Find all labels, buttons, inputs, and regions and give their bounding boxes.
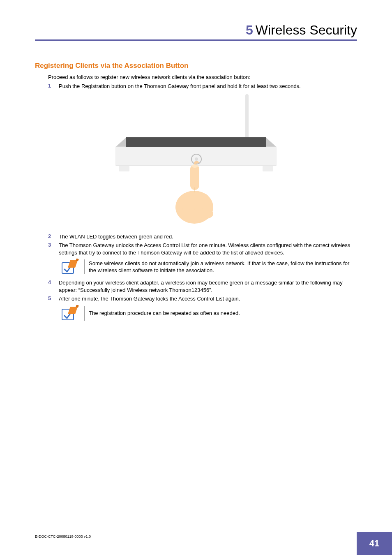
step-number: 5 (48, 295, 59, 303)
step-row: 2 The WLAN LED toggles between green and… (48, 233, 357, 240)
step-text: Push the Registration button on the Thom… (59, 83, 357, 90)
step-text: The WLAN LED toggles between green and r… (59, 233, 357, 240)
note-divider (84, 259, 85, 274)
step-row: 5 After one minute, the Thomson Gateway … (48, 295, 357, 303)
step-text: Depending on your wireless client adapte… (59, 279, 357, 294)
note-divider (84, 306, 85, 321)
step-number: 4 (48, 279, 59, 294)
svg-rect-4 (126, 137, 266, 147)
router-illustration (35, 94, 357, 226)
note-text: Some wireless clients do not automatical… (89, 259, 357, 275)
svg-rect-12 (189, 192, 195, 210)
router-press-svg (93, 94, 299, 226)
svg-point-6 (195, 157, 198, 161)
section-heading: Registering Clients via the Association … (35, 62, 357, 70)
note-text: The registration procedure can be repeat… (89, 305, 357, 321)
svg-rect-7 (119, 166, 129, 171)
svg-rect-14 (202, 194, 208, 210)
chapter-number: 5 (246, 23, 253, 37)
note-block: The registration procedure can be repeat… (59, 305, 357, 321)
step-number: 2 (48, 233, 59, 240)
svg-rect-8 (263, 166, 273, 171)
svg-rect-13 (195, 192, 202, 210)
note-pencil-check-icon (59, 305, 82, 321)
step-row: 4 Depending on your wireless client adap… (48, 279, 357, 294)
svg-marker-21 (68, 307, 78, 314)
step-number: 1 (48, 83, 59, 90)
section-intro: Proceed as follows to register new wirel… (48, 74, 357, 80)
step-number: 3 (48, 242, 59, 256)
step-text: After one minute, the Thomson Gateway lo… (59, 295, 357, 303)
svg-point-16 (191, 164, 198, 168)
step-row: 3 The Thomson Gateway unlocks the Access… (48, 242, 357, 256)
footer-page-number: 41 (369, 538, 379, 549)
step-row: 1 Push the Registration button on the Th… (48, 83, 357, 90)
note-pencil-check-icon (59, 259, 82, 275)
header-divider (35, 39, 357, 41)
step-text: The Thomson Gateway unlocks the Access C… (59, 242, 357, 256)
svg-point-15 (198, 209, 213, 219)
svg-rect-9 (190, 164, 199, 190)
footer-doc-id: E-DOC-CTC-20080118-0003 v1.0 (35, 534, 91, 539)
chapter-header: 5Wireless Security (246, 23, 357, 38)
svg-rect-0 (245, 94, 249, 143)
chapter-title: Wireless Security (256, 23, 357, 37)
note-block: Some wireless clients do not automatical… (59, 259, 357, 275)
svg-marker-18 (68, 260, 78, 268)
svg-rect-11 (182, 194, 189, 210)
footer-page-box: 41 (357, 532, 392, 555)
